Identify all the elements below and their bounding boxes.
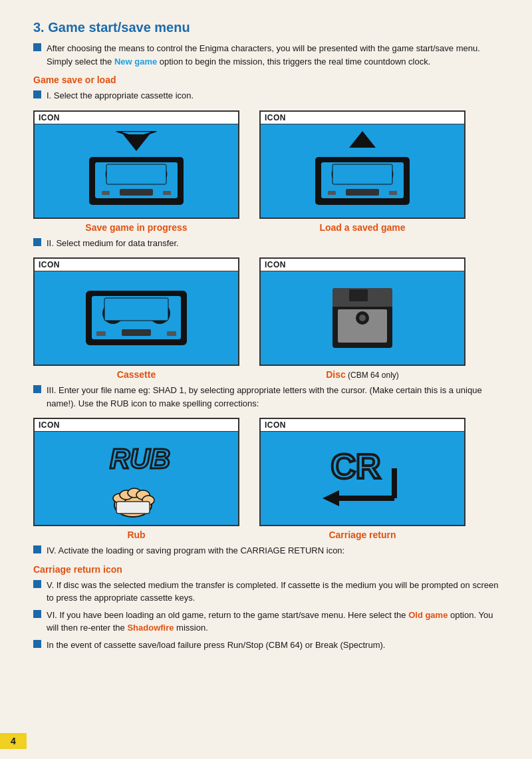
svg-rect-20 <box>346 189 379 196</box>
cr-icon-inner: CR <box>261 432 464 525</box>
cr-icon-wrap: ICON CR Carriage return <box>259 418 466 540</box>
svg-text:RUB: RUB <box>110 443 170 474</box>
rub-icon-wrap: ICON RUB Rub <box>33 418 239 540</box>
bullet-square-4 <box>33 545 41 553</box>
svg-marker-1 <box>123 134 150 151</box>
svg-rect-8 <box>106 164 166 184</box>
save-game-icon-box: ICON <box>33 110 239 219</box>
svg-point-38 <box>359 315 366 321</box>
step2-text: II. Select medium for data transfer. <box>33 237 499 250</box>
cassette-icon-wrap: ICON Cassette <box>33 257 239 380</box>
cr-icon-box: ICON CR <box>259 418 466 526</box>
bullet-square-3 <box>33 385 41 393</box>
intro-paragraph: After choosing the means to control the … <box>33 42 499 68</box>
svg-rect-19 <box>332 164 392 184</box>
svg-rect-47 <box>116 502 150 514</box>
cr-icon-label: ICON <box>261 419 464 432</box>
svg-rect-31 <box>96 331 106 336</box>
rub-icon-box: ICON RUB <box>33 418 239 526</box>
load-game-icon-label: ICON <box>261 112 464 124</box>
svg-rect-10 <box>102 191 110 195</box>
page-number: 4 <box>0 733 27 749</box>
svg-rect-30 <box>122 329 151 336</box>
subsection-game-save-load: Game save or load <box>33 75 499 85</box>
load-game-icon-inner <box>261 124 464 218</box>
cassette-caption: Cassette <box>33 369 239 380</box>
rub-icon-label: ICON <box>35 419 238 432</box>
disc-icon-inner <box>261 271 464 365</box>
load-game-icon-box: ICON <box>259 110 466 219</box>
save-game-caption: Save game in progress <box>33 222 239 233</box>
rub-caption: Rub <box>33 530 239 540</box>
cr-svg: CR <box>296 432 429 525</box>
svg-rect-39 <box>349 289 368 301</box>
icon-row-2: ICON Cassette ICON <box>33 257 499 380</box>
load-game-caption: Load a saved game <box>259 222 466 233</box>
svg-rect-29 <box>104 298 168 321</box>
save-cassette-svg <box>70 131 203 211</box>
disc-caption: Disc (CBM 64 only) <box>259 369 466 380</box>
disc-svg <box>296 275 429 361</box>
rub-icon-inner: RUB <box>35 432 238 525</box>
svg-text:CR: CR <box>331 447 380 486</box>
bullet-square-1 <box>33 90 41 98</box>
bullet-square-6 <box>33 610 41 618</box>
save-game-icon-wrap: ICON <box>33 110 239 233</box>
rub-svg: RUB <box>70 432 203 525</box>
svg-marker-12 <box>349 131 376 148</box>
step6-text: VI. If you have been loading an old game… <box>33 609 499 635</box>
cassette-icon-label: ICON <box>35 259 238 271</box>
bullet-square-7 <box>33 640 41 648</box>
load-cassette-svg <box>296 131 429 211</box>
disc-icon-wrap: ICON Disc (CBM 64 on <box>259 257 466 380</box>
save-game-icon-label: ICON <box>35 112 238 124</box>
svg-rect-21 <box>328 191 336 195</box>
cassette-svg <box>70 275 203 361</box>
step1-text: I. Select the appropriate cassette icon. <box>33 89 499 102</box>
disc-icon-box: ICON <box>259 257 466 366</box>
cr-caption: Carriage return <box>259 530 466 540</box>
step5-text: V. If disc was the selected medium the t… <box>33 579 499 605</box>
cassette-icon-inner <box>35 271 238 365</box>
step6-content: VI. If you have been loading an old game… <box>47 609 499 635</box>
svg-rect-32 <box>167 331 176 336</box>
step3-text: III. Enter your file name eg: SHAD 1, by… <box>33 384 499 410</box>
bullet-square-2 <box>33 238 41 246</box>
disc-icon-label: ICON <box>261 259 464 271</box>
svg-rect-22 <box>389 191 397 195</box>
svg-rect-11 <box>163 191 171 195</box>
svg-rect-9 <box>120 189 153 196</box>
step7-text: In the event of cassette save/load failu… <box>33 639 499 652</box>
subsection-carriage-return: Carriage return icon <box>33 564 499 575</box>
step4-text: IV. Activate the loading or saving progr… <box>33 544 499 557</box>
icon-row-3: ICON RUB Rub <box>33 418 499 540</box>
cassette-icon-box: ICON <box>33 257 239 366</box>
bullet-square-5 <box>33 580 41 588</box>
svg-marker-51 <box>323 490 339 506</box>
section-title: 3. Game start/save menu <box>33 20 499 35</box>
intro-text: After choosing the means to control the … <box>47 42 499 68</box>
load-game-icon-wrap: ICON <box>259 110 466 233</box>
icon-row-1: ICON <box>33 110 499 233</box>
bullet-square <box>33 43 41 51</box>
save-game-icon-inner <box>35 124 238 218</box>
